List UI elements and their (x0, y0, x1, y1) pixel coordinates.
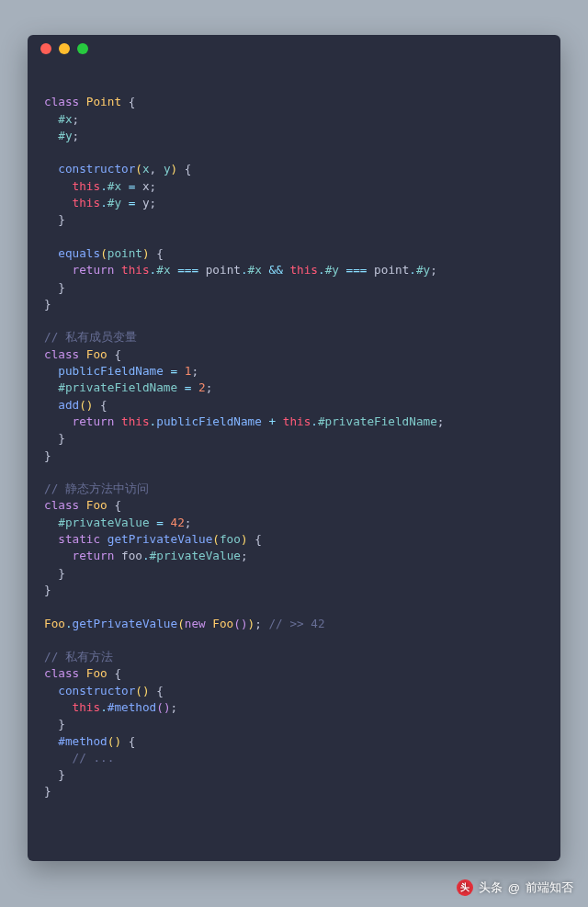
code-token: ( (212, 532, 220, 546)
code-token: ( (79, 398, 86, 412)
code-token: constructor (58, 684, 135, 697)
code-token: this (73, 179, 101, 193)
watermark-at: @ (508, 881, 520, 895)
code-token: point (107, 246, 142, 260)
code-token: #y (416, 263, 430, 277)
code-token: ; (191, 364, 198, 378)
code-line: equals(point) { (44, 245, 544, 262)
code-token (44, 179, 73, 193)
code-token: this (289, 263, 318, 277)
code-token: y (142, 196, 150, 210)
code-line: #x; (44, 111, 544, 128)
code-line: class Point { (44, 94, 544, 110)
code-line: } (44, 582, 544, 598)
code-line: return this.#x === point.#x && this.#y =… (44, 262, 544, 278)
code-token: // 私有成员变量 (44, 330, 137, 344)
code-token: Foo (86, 498, 107, 512)
code-token: constructor (58, 162, 135, 176)
code-token: #x (156, 263, 170, 277)
code-token: ( (156, 700, 164, 714)
code-token: . (409, 263, 416, 277)
code-line: this.#method(); (44, 699, 544, 716)
code-token: ( (100, 246, 107, 260)
code-line (44, 229, 544, 245)
code-line: } (44, 766, 544, 783)
code-token (44, 246, 58, 260)
code-token: ) (241, 617, 248, 630)
code-block: class Point { #x; #y; constructor(x, y) … (28, 62, 560, 817)
code-line: #privateFieldName = 2; (44, 380, 544, 396)
close-icon[interactable] (40, 43, 51, 54)
code-token: ; (150, 179, 157, 193)
code-token: = (177, 380, 198, 394)
code-token: { (107, 498, 121, 512)
code-token (44, 532, 58, 546)
code-token: } (44, 583, 51, 596)
code-token: } (44, 297, 51, 311)
code-token: // 静态方法中访问 (44, 482, 149, 495)
code-token: #method (107, 700, 156, 714)
code-token: return (73, 549, 115, 562)
code-token: = (121, 179, 142, 193)
code-token: ; (206, 380, 213, 394)
code-token: } (44, 767, 65, 781)
code-window: class Point { #x; #y; constructor(x, y) … (28, 35, 560, 861)
titlebar (28, 35, 560, 62)
code-line: } (44, 716, 544, 732)
code-token: this (73, 196, 101, 210)
code-token: class (44, 95, 86, 108)
code-token: . (100, 700, 107, 714)
code-line: class Foo { (44, 497, 544, 514)
code-token: getPrivateValue (107, 532, 213, 546)
minimize-icon[interactable] (59, 43, 70, 54)
code-token: + (262, 414, 283, 428)
code-token (44, 751, 73, 765)
toutiao-logo-icon: 头 (457, 879, 473, 896)
code-token: . (311, 414, 318, 428)
code-token: ( (233, 617, 241, 630)
code-token: #method (58, 734, 107, 748)
code-line: add() { (44, 397, 544, 414)
code-token: foo (220, 532, 241, 546)
code-token (44, 700, 73, 714)
code-token (44, 263, 73, 277)
maximize-icon[interactable] (77, 43, 88, 54)
code-token: static (58, 532, 100, 546)
code-line (44, 632, 544, 649)
code-line (44, 464, 544, 481)
code-line: #privateValue = 42; (44, 515, 544, 531)
code-token: } (44, 212, 65, 226)
code-token: y (164, 162, 171, 176)
code-token (44, 684, 58, 697)
code-token: ; (185, 516, 192, 529)
code-token: this (121, 263, 150, 277)
code-token: , (150, 162, 164, 176)
code-token: } (44, 717, 65, 731)
code-token: } (44, 566, 65, 580)
code-token: } (44, 431, 65, 445)
code-line (44, 312, 544, 329)
code-token: #privateValue (150, 549, 241, 562)
code-token: publicFieldName (58, 364, 164, 378)
code-token: === (171, 263, 206, 277)
code-token: Foo (86, 666, 107, 680)
code-token: { (121, 95, 135, 108)
code-token (44, 414, 73, 428)
code-token: Foo (44, 617, 65, 630)
code-token: ; (73, 129, 80, 142)
code-token (44, 364, 58, 378)
code-line: constructor(x, y) { (44, 161, 544, 177)
code-token: // ... (73, 751, 115, 765)
code-token: ) (171, 162, 178, 176)
code-line: publicFieldName = 1; (44, 363, 544, 380)
code-token: #y (107, 196, 121, 210)
code-line: } (44, 279, 544, 296)
code-token: { (150, 684, 164, 697)
code-line: constructor() { (44, 683, 544, 699)
code-token: { (93, 398, 107, 412)
code-line: class Foo { (44, 346, 544, 363)
code-line: Foo.getPrivateValue(new Foo()); // >> 42 (44, 616, 544, 632)
code-token: ; (437, 414, 445, 428)
code-line: static getPrivateValue(foo) { (44, 531, 544, 548)
code-line: class Foo { (44, 665, 544, 682)
